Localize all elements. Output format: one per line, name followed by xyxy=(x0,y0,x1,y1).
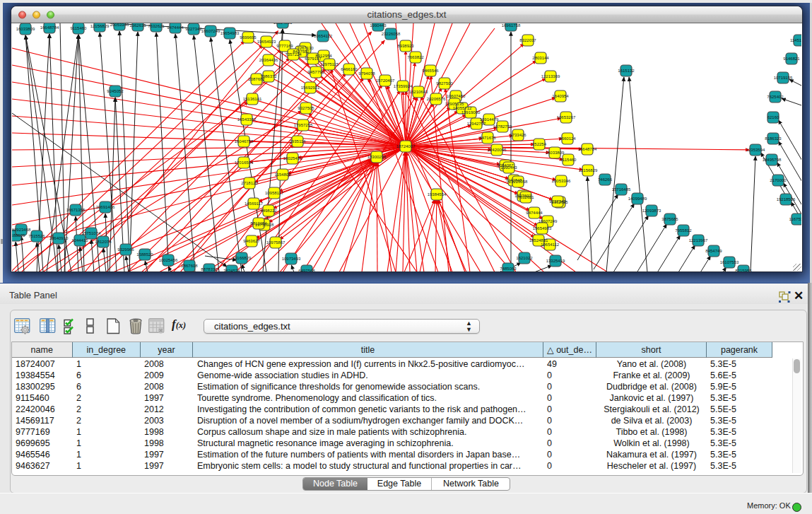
svg-text:2170000: 2170000 xyxy=(770,178,787,182)
svg-text:8186323: 8186323 xyxy=(765,136,782,141)
svg-text:17016504: 17016504 xyxy=(235,160,254,165)
svg-text:14569117: 14569117 xyxy=(245,201,264,206)
svg-text:10958117: 10958117 xyxy=(265,191,284,195)
svg-text:9794078: 9794078 xyxy=(358,71,375,76)
svg-text:19166829: 19166829 xyxy=(233,256,252,260)
svg-text:12213369: 12213369 xyxy=(541,74,560,78)
svg-text:1990443: 1990443 xyxy=(370,23,387,28)
svg-text:62160: 62160 xyxy=(767,115,779,119)
svg-text:15716485: 15716485 xyxy=(612,187,631,192)
svg-text:9115460: 9115460 xyxy=(71,26,88,30)
svg-text:16543382: 16543382 xyxy=(237,117,257,122)
svg-text:12156829: 12156829 xyxy=(90,24,110,28)
svg-text:7632621: 7632621 xyxy=(148,24,165,28)
svg-text:7955812: 7955812 xyxy=(675,228,692,233)
svg-text:1640954: 1640954 xyxy=(552,94,569,98)
svg-text:12975115: 12975115 xyxy=(320,62,339,66)
svg-text:1615132: 1615132 xyxy=(618,69,635,73)
svg-text:18495798: 18495798 xyxy=(763,158,782,162)
svg-text:9329966: 9329966 xyxy=(117,247,134,252)
svg-text:8912954: 8912954 xyxy=(315,54,332,58)
svg-text:10607480: 10607480 xyxy=(447,94,466,98)
svg-text:9146821: 9146821 xyxy=(783,57,800,61)
svg-text:9474444: 9474444 xyxy=(526,211,543,215)
svg-text:2718120: 2718120 xyxy=(241,181,258,185)
svg-text:8938923: 8938923 xyxy=(397,44,414,48)
svg-text:20691406: 20691406 xyxy=(96,205,115,209)
svg-text:16607249: 16607249 xyxy=(539,219,558,223)
svg-text:13919000: 13919000 xyxy=(461,110,481,115)
svg-text:16671355: 16671355 xyxy=(66,208,86,212)
svg-text:1990443: 1990443 xyxy=(500,165,517,170)
svg-text:10654112: 10654112 xyxy=(314,34,333,38)
svg-text:7632621: 7632621 xyxy=(517,195,534,199)
svg-text:20053346: 20053346 xyxy=(552,179,571,183)
svg-text:19218506: 19218506 xyxy=(777,197,796,201)
svg-text:19654983: 19654983 xyxy=(533,226,552,230)
svg-text:6466160: 6466160 xyxy=(341,67,358,71)
svg-text:17359924: 17359924 xyxy=(394,84,413,88)
svg-text:9457791: 9457791 xyxy=(307,70,324,74)
svg-text:16046758: 16046758 xyxy=(235,139,254,144)
svg-text:12213967: 12213967 xyxy=(689,238,708,243)
svg-text:1588520: 1588520 xyxy=(136,252,153,257)
svg-text:19654983: 19654983 xyxy=(220,31,240,35)
svg-text:9474444: 9474444 xyxy=(167,25,184,30)
svg-text:9245052: 9245052 xyxy=(107,89,124,93)
svg-text:15720407: 15720407 xyxy=(376,78,395,83)
svg-text:14099489: 14099489 xyxy=(628,197,647,201)
svg-text:16648784: 16648784 xyxy=(40,25,59,30)
svg-text:1733426: 1733426 xyxy=(510,133,526,137)
svg-text:18300295: 18300295 xyxy=(367,155,387,159)
svg-text:6497568: 6497568 xyxy=(298,269,315,271)
svg-text:10654112: 10654112 xyxy=(541,243,560,247)
svg-text:12942757: 12942757 xyxy=(467,122,486,126)
svg-text:9465546: 9465546 xyxy=(422,69,439,73)
svg-text:10973493: 10973493 xyxy=(282,257,301,261)
svg-text:18524851: 18524851 xyxy=(273,23,293,25)
svg-text:7485063: 7485063 xyxy=(500,267,517,271)
svg-text:15751074: 15751074 xyxy=(82,231,101,235)
svg-text:16648784: 16648784 xyxy=(578,147,597,151)
svg-text:2803144: 2803144 xyxy=(532,56,549,60)
svg-text:9227342: 9227342 xyxy=(549,199,566,204)
svg-text:10025456: 10025456 xyxy=(159,258,178,262)
svg-text:10688609: 10688609 xyxy=(12,233,25,238)
svg-text:17957255: 17957255 xyxy=(294,123,313,127)
svg-text:7515526: 7515526 xyxy=(28,234,45,238)
svg-text:9227342: 9227342 xyxy=(185,27,202,31)
svg-text:8322037: 8322037 xyxy=(519,38,536,42)
svg-text:20206576: 20206576 xyxy=(427,97,446,101)
svg-text:12353594: 12353594 xyxy=(746,148,765,152)
svg-text:19654923: 19654923 xyxy=(257,40,276,44)
svg-text:10719155: 10719155 xyxy=(774,76,793,80)
svg-text:16107553: 16107553 xyxy=(720,260,739,264)
svg-text:9463627: 9463627 xyxy=(243,239,260,243)
svg-text:16607249: 16607249 xyxy=(201,29,220,33)
svg-text:9827500: 9827500 xyxy=(436,81,453,86)
svg-text:1812074: 1812074 xyxy=(95,240,112,244)
svg-text:23226058: 23226058 xyxy=(509,180,528,184)
svg-text:3624534: 3624534 xyxy=(223,269,240,271)
svg-text:12923468: 12923468 xyxy=(12,228,31,232)
svg-text:1244415: 1244415 xyxy=(71,238,88,243)
svg-text:8471676: 8471676 xyxy=(479,136,496,140)
svg-text:23226058: 23226058 xyxy=(382,32,401,36)
svg-text:8813054: 8813054 xyxy=(250,221,267,226)
svg-text:8215955: 8215955 xyxy=(735,269,752,271)
svg-text:2935114: 2935114 xyxy=(290,139,307,144)
svg-text:18724007: 18724007 xyxy=(396,144,416,148)
svg-text:16210643: 16210643 xyxy=(409,90,428,94)
svg-text:12093873: 12093873 xyxy=(642,209,661,213)
svg-text:20053346: 20053346 xyxy=(110,23,129,27)
svg-text:16033809: 16033809 xyxy=(16,27,35,31)
svg-text:10653267: 10653267 xyxy=(557,115,576,119)
svg-text:746266: 746266 xyxy=(598,177,613,182)
svg-text:9699695: 9699695 xyxy=(240,35,257,40)
svg-text:13325419: 13325419 xyxy=(546,259,565,263)
svg-text:16961758: 16961758 xyxy=(502,23,521,28)
svg-text:1154808: 1154808 xyxy=(275,173,292,177)
svg-text:22420046: 22420046 xyxy=(488,148,507,152)
svg-text:252254: 252254 xyxy=(532,142,547,146)
svg-text:15136141: 15136141 xyxy=(243,97,262,101)
